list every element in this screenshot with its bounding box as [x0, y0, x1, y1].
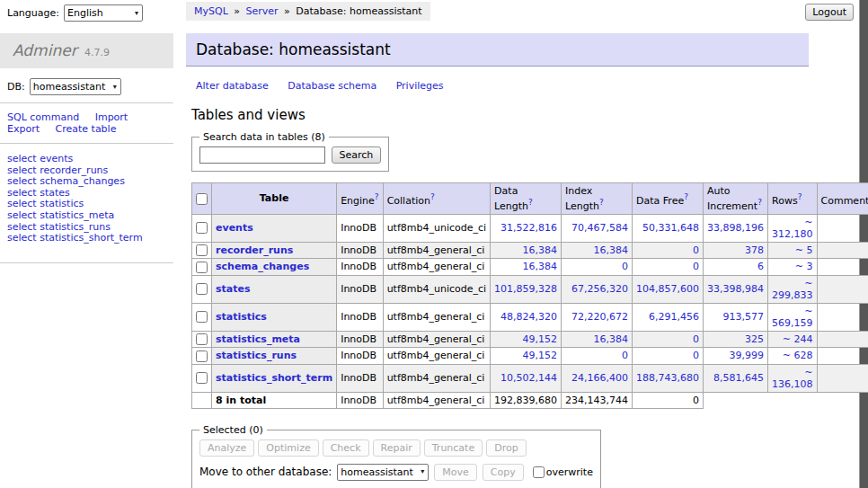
auto-increment-link[interactable]: 39,999 [730, 350, 765, 361]
import-link[interactable]: Import [95, 111, 128, 123]
table-name-cell: states [212, 275, 337, 303]
auto-increment-link[interactable]: 33,898,196 [707, 222, 764, 234]
row-checkbox[interactable] [196, 311, 208, 323]
auto-increment-link[interactable]: 8,581,645 [713, 372, 764, 384]
row-checkbox[interactable] [196, 372, 208, 384]
table-link[interactable]: statistics_short_term [216, 372, 332, 384]
move-database-select[interactable]: homeassistant [337, 464, 429, 481]
row-checkbox[interactable] [196, 244, 208, 256]
index-length-link[interactable]: 70,467,584 [571, 222, 628, 234]
data-free-link[interactable]: 0 [693, 244, 699, 256]
data-length-link[interactable]: 16,384 [523, 244, 558, 256]
breadcrumb-server-link[interactable]: Server [246, 5, 279, 17]
search-button[interactable]: Search [332, 146, 382, 164]
data-free-link[interactable]: 6,291,456 [649, 311, 699, 323]
analyze-button[interactable]: Analyze [199, 439, 254, 457]
index-length-link[interactable]: 67,256,320 [571, 283, 628, 295]
row-checkbox[interactable] [196, 222, 208, 234]
move-button[interactable]: Move [434, 464, 477, 481]
truncate-button[interactable]: Truncate [424, 439, 483, 457]
index-length-link[interactable]: 16,384 [594, 333, 629, 345]
repair-button[interactable]: Repair [373, 439, 421, 457]
column-help-link[interactable]: ? [528, 198, 533, 207]
sql-command-link[interactable]: SQL command [7, 111, 79, 123]
alter-database-link[interactable]: Alter database [196, 80, 269, 92]
auto-increment-link[interactable]: 33,398,984 [707, 283, 764, 295]
data-free-link[interactable]: 0 [693, 333, 699, 345]
row-checkbox[interactable] [196, 350, 208, 362]
privileges-link[interactable]: Privileges [396, 80, 444, 92]
table-name-cell: statistics_short_term [212, 364, 337, 392]
rows-link[interactable]: ~ 569,159 [772, 306, 813, 329]
data-length-link[interactable]: 10,502,144 [500, 372, 557, 384]
rows-link[interactable]: ~ 3 [795, 261, 813, 272]
rows-link[interactable]: ~ 628 [783, 350, 813, 361]
table-link[interactable]: statistics [216, 311, 267, 323]
auto-increment-link[interactable]: 913,577 [723, 311, 765, 323]
data-free-link[interactable]: 50,331,648 [642, 222, 699, 234]
check-button[interactable]: Check [323, 439, 369, 457]
table-link[interactable]: events [216, 222, 253, 234]
copy-button[interactable]: Copy [483, 464, 524, 481]
data-length-link[interactable]: 31,522,816 [500, 222, 557, 234]
data-length-link[interactable]: 49,152 [523, 333, 558, 345]
db-select[interactable]: homeassistant [30, 78, 121, 95]
table-link[interactable]: statistics_runs [216, 350, 297, 361]
sidebar-select-link[interactable]: select statistics_short_term [7, 233, 166, 244]
column-help-link[interactable]: ? [599, 198, 604, 207]
data-length-link[interactable]: 48,824,320 [500, 311, 557, 323]
index-length-link[interactable]: 0 [622, 261, 628, 272]
language-select[interactable]: English [64, 4, 143, 22]
database-schema-link[interactable]: Database schema [288, 80, 376, 92]
auto-increment-cell: 325 [704, 331, 768, 348]
sidebar: Language: English ▾ Adminer 4.7.9 DB: ho… [0, 0, 173, 271]
column-help-link[interactable]: ? [430, 192, 435, 201]
rows-link[interactable]: ~ 299,833 [772, 278, 813, 301]
table-link[interactable]: schema_changes [216, 261, 309, 272]
drop-button[interactable]: Drop [486, 439, 526, 457]
rows-link[interactable]: ~ 5 [795, 244, 813, 256]
create-table-sidebar-link[interactable]: Create table [56, 123, 117, 135]
auto-increment-link[interactable]: 325 [745, 333, 764, 345]
overwrite-checkbox[interactable] [533, 466, 545, 478]
index-length-link[interactable]: 0 [622, 350, 628, 361]
app-name-link[interactable]: Adminer [13, 41, 77, 59]
table-link[interactable]: recorder_runs [216, 244, 293, 256]
rows-link[interactable]: ~ 136,108 [772, 367, 813, 390]
column-help-link[interactable]: ? [684, 192, 688, 201]
sidebar-select-link[interactable]: select schema_changes [7, 176, 166, 188]
data-length-link[interactable]: 16,384 [523, 261, 558, 272]
breadcrumb-mysql-link[interactable]: MySQL [194, 5, 228, 17]
total-data-free-cell: 0 [633, 392, 704, 408]
data-free-link[interactable]: 104,857,600 [636, 283, 699, 295]
select-all-checkbox[interactable] [196, 193, 208, 205]
index-length-link[interactable]: 24,166,400 [571, 372, 628, 384]
column-help-link[interactable]: ? [375, 192, 379, 201]
table-link[interactable]: statistics_meta [216, 333, 300, 345]
search-input[interactable] [199, 146, 325, 164]
table-link[interactable]: states [216, 283, 251, 295]
export-link[interactable]: Export [7, 123, 40, 135]
logout-button[interactable]: Logout [805, 4, 854, 21]
data-length-link[interactable]: 101,859,328 [494, 283, 557, 295]
rows-link[interactable]: ~ 312,180 [772, 217, 813, 240]
auto-increment-link[interactable]: 378 [745, 244, 764, 256]
column-help-link[interactable]: ? [798, 192, 802, 201]
breadcrumb-current: Database: homeassistant [296, 5, 421, 17]
row-checkbox[interactable] [196, 262, 208, 273]
total-label: 8 in total [212, 392, 337, 408]
data-free-link[interactable]: 0 [693, 350, 699, 361]
rows-link[interactable]: ~ 244 [783, 333, 813, 345]
sidebar-select-link[interactable]: select statistics_meta [7, 210, 166, 222]
row-checkbox[interactable] [196, 333, 208, 345]
optimize-button[interactable]: Optimize [258, 439, 318, 457]
column-help-link[interactable]: ? [757, 198, 762, 207]
row-checkbox[interactable] [196, 283, 208, 295]
index-length-link[interactable]: 72,220,672 [571, 311, 628, 323]
index-length-link[interactable]: 16,384 [594, 244, 629, 256]
data-free-link[interactable]: 188,743,680 [636, 372, 699, 384]
auto-increment-link[interactable]: 6 [757, 261, 764, 272]
data-length-link[interactable]: 49,152 [523, 350, 558, 361]
data-free-link[interactable]: 0 [693, 261, 699, 272]
sidebar-select-link[interactable]: select events [7, 154, 166, 165]
